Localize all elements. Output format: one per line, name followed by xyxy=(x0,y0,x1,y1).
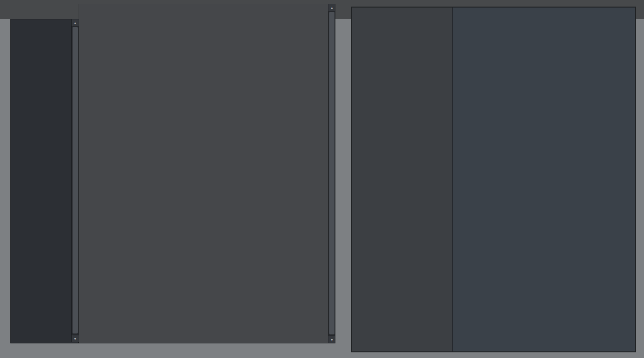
particle-viewport[interactable] xyxy=(452,8,635,351)
rack-scrollbar[interactable]: ▲ ▼ xyxy=(328,4,335,343)
scroll-up-icon[interactable]: ▲ xyxy=(72,19,79,26)
palette-scrollbar-thumb[interactable] xyxy=(73,27,78,333)
palette-scrollbar[interactable]: ▲ ▼ xyxy=(71,19,79,342)
app-window: ▲ ▼ ▲ ▼ xyxy=(0,0,644,358)
scroll-up-icon[interactable]: ▲ xyxy=(328,4,335,11)
module-palette-panel: ▲ ▼ xyxy=(10,19,79,343)
effects-rack-panel: ▲ ▼ xyxy=(79,4,335,343)
inspector-panel xyxy=(351,7,636,352)
inspector-column xyxy=(352,8,452,351)
rack-scrollbar-thumb[interactable] xyxy=(329,12,334,334)
scroll-down-icon[interactable]: ▼ xyxy=(72,335,79,342)
scroll-down-icon[interactable]: ▼ xyxy=(328,336,335,343)
